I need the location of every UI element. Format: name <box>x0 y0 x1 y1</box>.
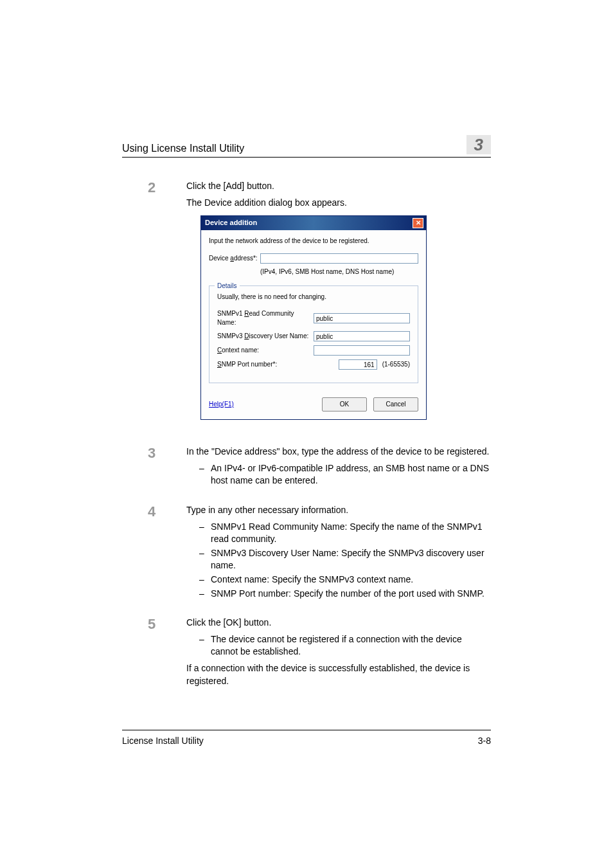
context-name-input[interactable] <box>314 345 410 356</box>
step-text: Click the [OK] button. <box>186 617 491 629</box>
footer-right: 3-8 <box>478 736 491 746</box>
device-addition-dialog: Device addition ✕ Input the network addr… <box>200 215 427 420</box>
list-item: SNMPv3 Discovery User Name: Specify the … <box>199 547 491 572</box>
read-community-input[interactable] <box>314 313 410 323</box>
context-name-label: Context name: <box>217 346 314 355</box>
dialog-title: Device addition <box>205 218 257 228</box>
list-item: An IPv4- or IPv6-compatible IP address, … <box>199 462 491 487</box>
step-number: 5 <box>122 617 186 691</box>
step-3: 3 In the "Device address" box, type the … <box>122 446 491 491</box>
footer-left: License Install Utility <box>122 736 204 746</box>
snmp-port-label: SNMP Port number*: <box>217 360 314 369</box>
step-text: The Device addition dialog box appears. <box>186 197 491 210</box>
list-item: The device cannot be registered if a con… <box>199 633 491 658</box>
close-icon[interactable]: ✕ <box>413 218 423 228</box>
step-5: 5 Click the [OK] button. The device cann… <box>122 617 491 691</box>
help-link[interactable]: Help(F1) <box>209 400 234 409</box>
dialog-intro: Input the network address of the device … <box>209 237 418 246</box>
step-text: If a connection with the device is succe… <box>186 662 491 687</box>
header-title: Using License Install Utility <box>122 143 244 154</box>
address-hint: (IPv4, IPv6, SMB Host name, DNS Host nam… <box>260 267 418 276</box>
step-text: Click the [Add] button. <box>186 180 491 193</box>
list-item: SNMPv1 Read Community Name: Specify the … <box>199 521 491 546</box>
step-number: 4 <box>122 504 186 604</box>
step-number: 2 <box>122 180 186 433</box>
discovery-user-input[interactable] <box>314 331 410 341</box>
page-footer: License Install Utility 3-8 <box>122 730 491 746</box>
step-number: 3 <box>122 446 186 491</box>
details-legend: Details <box>215 282 240 291</box>
step-4: 4 Type in any other necessary informatio… <box>122 504 491 604</box>
cancel-button[interactable]: Cancel <box>373 397 418 411</box>
chapter-number: 3 <box>466 135 491 154</box>
device-address-input[interactable] <box>260 253 418 264</box>
dialog-titlebar: Device addition ✕ <box>201 216 426 230</box>
discovery-user-label: SNMPv3 Discovery User Name: <box>217 332 314 341</box>
port-range: (1-65535) <box>382 360 410 369</box>
snmp-port-input[interactable] <box>339 359 377 370</box>
list-item: Context name: Specify the SNMPv3 context… <box>199 574 491 586</box>
step-2: 2 Click the [Add] button. The Device add… <box>122 180 491 433</box>
page-header: Using License Install Utility 3 <box>122 135 491 158</box>
details-note: Usually, there is no need for changing. <box>217 293 410 302</box>
ok-button[interactable]: OK <box>322 397 367 411</box>
device-address-label: Device address*: <box>209 254 260 263</box>
list-item: SNMP Port number: Specify the number of … <box>199 588 491 601</box>
step-text: In the "Device address" box, type the ad… <box>186 446 491 458</box>
step-text: Type in any other necessary information. <box>186 504 491 517</box>
read-community-label: SNMPv1 Read Community Name: <box>217 309 314 327</box>
details-fieldset: Details Usually, there is no need for ch… <box>209 285 418 383</box>
